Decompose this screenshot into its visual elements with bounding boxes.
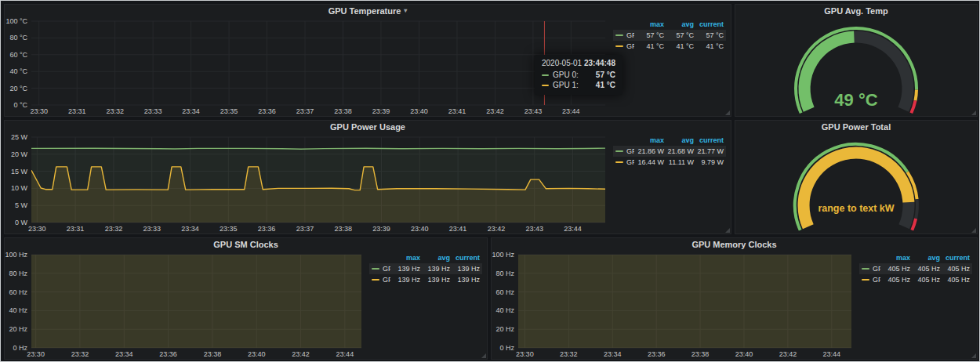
panel-gpu-temperature: GPU Temperature ▾ 0 °C20 °C40 °C60 °C80 … xyxy=(4,4,731,117)
panel-title-text: GPU Memory Clocks xyxy=(691,240,776,249)
legend-row: GPU 1405 Hz405 Hz405 Hz xyxy=(859,274,972,285)
y-axis-label: 40 °C xyxy=(9,67,27,75)
panel-title-gpu-power-total[interactable]: GPU Power Total xyxy=(735,121,977,133)
x-axis-label: 23:32 xyxy=(105,225,123,233)
gauge-value-arc xyxy=(804,153,909,226)
legend-series-toggle[interactable]: GPU 1 xyxy=(372,276,390,284)
x-axis-label: 23:34 xyxy=(115,350,133,358)
legend-series-toggle[interactable]: GPU 1 xyxy=(615,158,634,166)
series-marker xyxy=(615,45,623,47)
gauge-svg: range to text kW xyxy=(735,133,977,233)
legend-value: 139 Hz xyxy=(420,265,450,273)
x-axis-label: 23:33 xyxy=(143,225,161,233)
power-total-gauge: range to text kW xyxy=(735,133,977,233)
legend-value: 139 Hz xyxy=(450,276,480,284)
x-axis-label: 23:40 xyxy=(410,107,428,115)
y-axis-label: 5 W xyxy=(15,201,28,209)
series-fill xyxy=(518,251,851,348)
panel-resize-handle[interactable] xyxy=(481,353,486,358)
legend-series-toggle[interactable]: GPU 0 xyxy=(615,31,634,39)
legend-value: 21.86 W xyxy=(634,147,664,155)
temperature-chart[interactable]: 0 °C20 °C40 °C60 °C80 °C100 °C23:3023:31… xyxy=(5,17,613,116)
panel-title-gpu-sm-clocks[interactable]: GPU SM Clocks xyxy=(5,238,487,251)
y-axis-label: 20 Hz xyxy=(9,325,27,333)
x-axis-label: 23:32 xyxy=(560,350,578,358)
legend-value: 41 °C xyxy=(664,42,694,50)
x-axis-label: 23:38 xyxy=(204,350,222,358)
y-axis-label: 25 W xyxy=(11,133,28,141)
x-axis-label: 23:42 xyxy=(488,225,506,233)
x-axis-label: 23:39 xyxy=(372,225,390,233)
panel-title-gpu-temperature[interactable]: GPU Temperature ▾ xyxy=(5,5,731,17)
legend-row: GPU 0139 Hz139 Hz139 Hz xyxy=(369,263,482,274)
legend-series-toggle[interactable]: GPU 0 xyxy=(615,147,634,155)
legend-column-header: avg xyxy=(664,20,694,28)
gauge-svg: 49 °C xyxy=(735,17,977,116)
panel-gpu-power-total: GPU Power Total range to text kW xyxy=(735,120,978,234)
x-axis-label: 23:38 xyxy=(334,107,352,115)
x-axis-label: 23:34 xyxy=(604,350,622,358)
x-axis-label: 23:33 xyxy=(144,107,162,115)
panel-resize-handle[interactable] xyxy=(725,110,730,115)
y-axis-label: 0 Hz xyxy=(13,344,27,352)
chart-svg[interactable]: 0 Hz20 Hz40 Hz60 Hz80 Hz100 Hz23:3023:32… xyxy=(492,251,859,359)
panel-resize-handle[interactable] xyxy=(725,228,730,233)
y-axis-label: 0 W xyxy=(15,219,28,226)
series-marker xyxy=(862,268,869,270)
y-axis-label: 40 Hz xyxy=(9,306,27,314)
panel-title-text: GPU SM Clocks xyxy=(213,240,278,249)
panel-title-gpu-avg-temp[interactable]: GPU Avg. Temp xyxy=(735,5,977,17)
legend-series-toggle[interactable]: GPU 1 xyxy=(862,276,880,284)
legend-series-toggle[interactable]: GPU 0 xyxy=(862,265,880,273)
legend-value: 139 Hz xyxy=(450,265,480,273)
x-axis-label: 23:38 xyxy=(691,350,710,358)
memory-clocks-chart[interactable]: 0 Hz20 Hz40 Hz60 Hz80 Hz100 Hz23:3023:32… xyxy=(492,251,859,359)
legend-header-row: maxavgcurrent xyxy=(613,19,726,30)
dashboard-canvas: GPU Temperature ▾ 0 °C20 °C40 °C60 °C80 … xyxy=(0,0,980,362)
legend-value: 57 °C xyxy=(634,31,664,39)
power-usage-chart[interactable]: 0 W5 W10 W15 W20 W25 W23:3023:3123:3223:… xyxy=(5,133,613,233)
panel-resize-handle[interactable] xyxy=(971,353,976,358)
x-axis-label: 23:44 xyxy=(562,107,580,115)
panel-title-gpu-memory-clocks[interactable]: GPU Memory Clocks xyxy=(492,238,977,251)
gauge-value-text: range to text kW xyxy=(818,203,894,214)
x-axis-label: 23:43 xyxy=(524,107,543,115)
tooltip-timestamp: 2020-05-01 23:44:48 xyxy=(542,59,615,67)
series-marker xyxy=(862,279,869,281)
legend-value: 21.68 W xyxy=(664,147,694,155)
chart-svg[interactable]: 0 °C20 °C40 °C60 °C80 °C100 °C23:3023:31… xyxy=(5,17,613,116)
tooltip-row: GPU 0: 57 °C xyxy=(542,70,615,80)
legend-column-header: max xyxy=(634,136,664,144)
x-axis-label: 23:44 xyxy=(336,350,354,358)
x-axis-label: 23:42 xyxy=(292,350,310,358)
legend-value: 41 °C xyxy=(634,42,664,50)
legend-row: GPU 021.86 W21.68 W21.77 W xyxy=(613,146,726,157)
y-axis-label: 60 Hz xyxy=(495,288,514,296)
panel-gpu-sm-clocks: GPU SM Clocks 0 Hz20 Hz40 Hz60 Hz80 Hz10… xyxy=(4,237,488,360)
legend-row: GPU 141 °C41 °C41 °C xyxy=(613,41,726,52)
series-marker xyxy=(542,85,549,86)
legend-series-toggle[interactable]: GPU 1 xyxy=(615,42,634,50)
panel-resize-handle[interactable] xyxy=(971,228,976,233)
x-axis-label: 23:40 xyxy=(411,225,429,233)
y-axis-label: 100 °C xyxy=(5,17,27,25)
x-axis-label: 23:41 xyxy=(449,225,467,233)
chart-svg[interactable]: 0 Hz20 Hz40 Hz60 Hz80 Hz100 Hz23:3023:32… xyxy=(5,251,369,359)
legend-series-toggle[interactable]: GPU 0 xyxy=(372,265,390,273)
legend-value: 41 °C xyxy=(694,42,724,50)
y-axis-label: 0 Hz xyxy=(499,344,514,352)
y-axis-label: 40 Hz xyxy=(495,306,514,314)
panel-resize-handle[interactable] xyxy=(971,110,976,115)
x-axis-label: 23:42 xyxy=(779,350,797,358)
power-usage-legend: maxavgcurrentGPU 021.86 W21.68 W21.77 WG… xyxy=(613,133,731,233)
legend-column-header: max xyxy=(390,254,420,262)
chart-svg[interactable]: 0 W5 W10 W15 W20 W25 W23:3023:3123:3223:… xyxy=(5,133,613,233)
panel-title-gpu-power-usage[interactable]: GPU Power Usage xyxy=(5,121,731,133)
legend-column-header: max xyxy=(634,20,664,28)
y-axis-label: 100 Hz xyxy=(492,251,514,259)
legend-header-row: maxavgcurrent xyxy=(369,252,482,263)
legend-value: 405 Hz xyxy=(910,276,940,284)
sm-clocks-chart[interactable]: 0 Hz20 Hz40 Hz60 Hz80 Hz100 Hz23:3023:32… xyxy=(5,251,369,359)
graph-tooltip: 2020-05-01 23:44:48 GPU 0: 57 °C GPU 1: … xyxy=(535,55,622,95)
x-axis-label: 23:36 xyxy=(648,350,666,358)
